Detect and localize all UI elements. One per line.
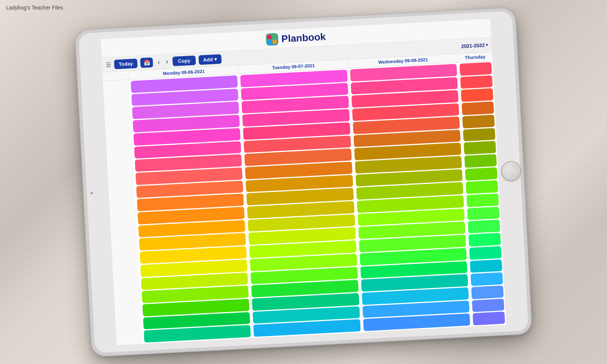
table-row[interactable] bbox=[466, 180, 498, 194]
watermark: Ladybug's Teacher Files bbox=[6, 5, 63, 11]
table-row[interactable] bbox=[473, 312, 505, 325]
ipad-device: Planbook ☰ Today 📅 ‹ › Copy bbox=[75, 8, 532, 356]
table-row[interactable] bbox=[461, 88, 494, 102]
year-selector[interactable]: 2021-2022 ▾ bbox=[461, 42, 488, 49]
table-row[interactable] bbox=[463, 128, 495, 141]
next-week-button[interactable]: › bbox=[164, 58, 170, 66]
table-row[interactable] bbox=[470, 272, 503, 286]
day-header-empty bbox=[102, 71, 129, 81]
ipad-bezel: Planbook ☰ Today 📅 ‹ › Copy bbox=[79, 11, 529, 353]
year-dropdown-arrow: ▾ bbox=[486, 43, 488, 47]
ipad-screen: Planbook ☰ Today 📅 ‹ › Copy bbox=[101, 19, 506, 345]
app-content: Planbook ☰ Today 📅 ‹ › Copy bbox=[101, 19, 506, 345]
copy-button[interactable]: Copy bbox=[173, 55, 196, 66]
year-label: 2021-2022 bbox=[461, 42, 485, 49]
table-row[interactable] bbox=[467, 207, 500, 220]
logo-cell-green bbox=[272, 35, 277, 39]
table-row[interactable] bbox=[472, 298, 505, 312]
calendar-button[interactable]: 📅 bbox=[140, 57, 153, 68]
table-row[interactable] bbox=[462, 115, 495, 128]
wednesday-column bbox=[349, 63, 472, 332]
table-row[interactable] bbox=[466, 193, 499, 207]
table-row[interactable] bbox=[462, 102, 494, 115]
table-row[interactable] bbox=[469, 233, 501, 246]
home-button[interactable] bbox=[501, 161, 522, 182]
calendar-grid: Monday 09-06-2021 Tuesday 09-07-2021 Wed… bbox=[102, 52, 506, 345]
list-view-button[interactable]: ☰ bbox=[106, 61, 112, 69]
table-row[interactable] bbox=[468, 220, 500, 234]
add-dropdown-arrow: ▾ bbox=[214, 56, 217, 62]
logo-cell-orange bbox=[273, 39, 277, 44]
table-row[interactable] bbox=[465, 167, 498, 181]
table-row[interactable] bbox=[459, 62, 492, 76]
tuesday-column bbox=[239, 68, 362, 338]
add-button[interactable]: Add ▾ bbox=[198, 54, 222, 64]
app-logo-icon bbox=[266, 33, 279, 46]
monday-column bbox=[129, 74, 253, 344]
table-row[interactable] bbox=[464, 154, 497, 168]
prev-week-button[interactable]: ‹ bbox=[156, 58, 162, 66]
logo-cell-pink bbox=[267, 35, 272, 39]
grid-body bbox=[103, 61, 506, 345]
app-title: Planbook bbox=[281, 31, 326, 45]
logo-cell-blue bbox=[268, 40, 272, 44]
table-row[interactable] bbox=[464, 141, 496, 155]
table-row[interactable] bbox=[469, 246, 502, 260]
today-button[interactable]: Today bbox=[114, 58, 138, 69]
table-row[interactable] bbox=[471, 286, 504, 299]
front-camera bbox=[91, 192, 93, 194]
table-row[interactable] bbox=[460, 75, 493, 89]
table-row[interactable] bbox=[470, 259, 502, 273]
